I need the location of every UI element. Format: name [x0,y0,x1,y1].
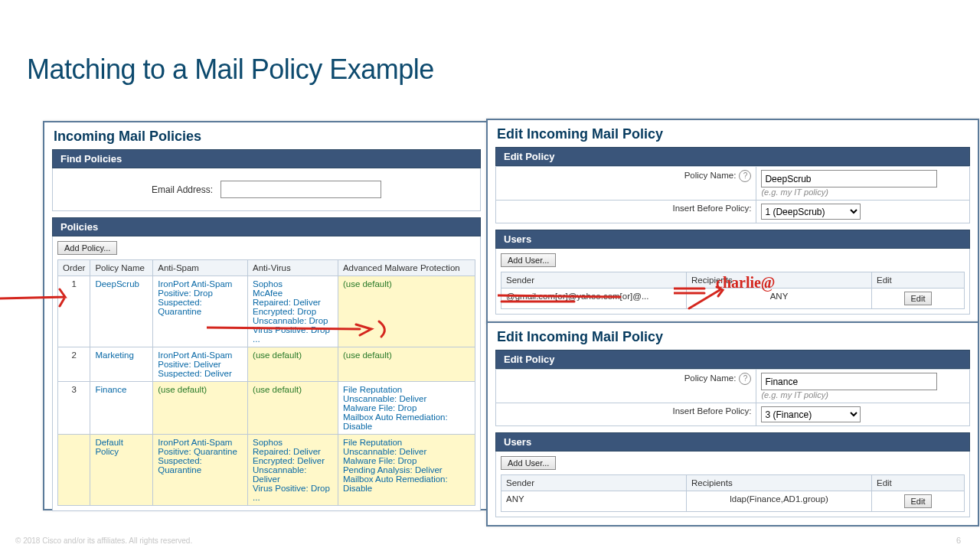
page-title: Matching to a Mail Policy Example [27,54,434,86]
policy-name-cell: Default Policy [90,435,153,506]
user-row: ANY ldap(Finance,AD1.group) Edit [501,491,965,512]
order-cell: 3 [58,382,90,435]
table-cell: SophosMcAfeeRepaired: DeliverEncrypted: … [248,276,338,347]
edit-policy-deepscrub-heading: Edit Incoming Mail Policy [488,120,978,147]
table-row: Default PolicyIronPort Anti-SpamPositive… [58,435,475,506]
edit-policy-deepscrub-panel: Edit Incoming Mail Policy Edit Policy Po… [486,119,979,324]
table-cell: File ReputationUnscannable: DeliverMalwa… [338,435,475,506]
column-header: Policy Name [90,260,153,276]
policy-name-cell: Finance [90,382,153,435]
table-cell: (use default) [153,382,248,435]
edit-user-button[interactable]: Edit [904,494,933,508]
insert-before-select[interactable]: 3 (Finance) [761,406,861,422]
order-cell [58,435,90,506]
table-cell: IronPort Anti-SpamPositive: DropSuspecte… [153,276,248,347]
table-row: 3Finance(use default)(use default)File R… [58,382,475,435]
policy-name-link[interactable]: Finance [95,385,126,394]
add-user-button[interactable]: Add User... [501,456,556,470]
edit-col-header: Edit [872,475,965,491]
policy-name-link[interactable]: DeepScrub [95,279,139,289]
column-header: Anti-Virus [248,260,338,276]
table-row: 1DeepScrubIronPort Anti-SpamPositive: Dr… [58,276,475,347]
table-cell: (use default) [248,382,338,435]
insert-before-select[interactable]: 1 (DeepScrub) [761,204,861,220]
table-cell: IronPort Anti-SpamPositive: DeliverSuspe… [153,347,248,382]
policy-name-input[interactable] [761,373,937,390]
edit-policy-bar: Edit Policy [495,147,970,166]
sender-col-header: Sender [501,475,687,491]
help-icon[interactable]: ? [739,170,751,182]
edit-policy-finance-heading: Edit Incoming Mail Policy [488,323,978,350]
recipients-cell: ldap(Finance,AD1.group) [687,491,872,512]
insert-before-label: Insert Before Policy: [673,204,752,213]
table-cell: IronPort Anti-SpamPositive: QuarantineSu… [153,435,248,506]
add-user-button[interactable]: Add User... [501,253,556,267]
incoming-policies-heading: Incoming Mail Policies [44,122,488,149]
policy-name-input[interactable] [761,170,937,187]
column-header: Anti-Spam [153,260,248,276]
column-header: Advanced Malware Protection [338,260,475,276]
order-cell: 1 [58,276,90,347]
column-header: Order [58,260,90,276]
recipients-col-header: Recipients [687,475,872,491]
sender-cell: @gmail.com[or]@yahoo.com[or]@... [501,289,687,309]
edit-user-button[interactable]: Edit [904,292,933,305]
table-row: 2MarketingIronPort Anti-SpamPositive: De… [58,347,475,382]
incoming-policies-panel: Incoming Mail Policies Find Policies Ema… [43,121,490,510]
policy-name-hint: (e.g. my IT policy) [761,390,828,399]
help-icon[interactable]: ? [739,373,751,385]
policies-bar: Policies [52,217,481,236]
recipients-cell: ANY [687,289,872,309]
edit-policy-finance-panel: Edit Incoming Mail Policy Edit Policy Po… [486,321,979,527]
policy-name-hint: (e.g. my IT policy) [761,187,828,197]
table-cell: (use default) [338,347,475,382]
user-row: @gmail.com[or]@yahoo.com[or]@... ANY Edi… [501,289,965,309]
policy-name-link[interactable]: Default Policy [95,438,122,456]
table-cell: (use default) [248,347,338,382]
table-cell: SophosRepaired: DeliverEncrypted: Delive… [248,435,338,506]
table-cell: (use default) [338,276,475,347]
edit-col-header: Edit [872,272,965,289]
add-policy-button[interactable]: Add Policy... [57,241,117,255]
order-cell: 2 [58,347,90,382]
recipients-col-header: Recipients [687,272,872,289]
policy-name-cell: DeepScrub [90,276,153,347]
policy-name-cell: Marketing [90,347,153,382]
users-bar: Users [495,230,970,249]
find-policies-bar: Find Policies [52,149,481,168]
users-bar: Users [495,432,970,452]
page-number: 6 [956,536,961,545]
policies-table: OrderPolicy NameAnti-SpamAnti-VirusAdvan… [57,259,475,506]
sender-cell: ANY [501,491,687,512]
email-address-input[interactable] [220,181,381,198]
edit-policy-bar: Edit Policy [495,350,970,369]
table-cell: File ReputationUnscannable: DeliverMalwa… [338,382,475,435]
insert-before-label: Insert Before Policy: [673,406,752,416]
policy-name-label: Policy Name: [684,171,737,180]
footer-copyright: © 2018 Cisco and/or its affiliates. All … [15,536,192,545]
email-address-label: Email Address: [152,184,213,195]
sender-col-header: Sender [501,272,687,289]
policy-name-link[interactable]: Marketing [95,350,134,360]
policy-name-label: Policy Name: [684,373,737,383]
